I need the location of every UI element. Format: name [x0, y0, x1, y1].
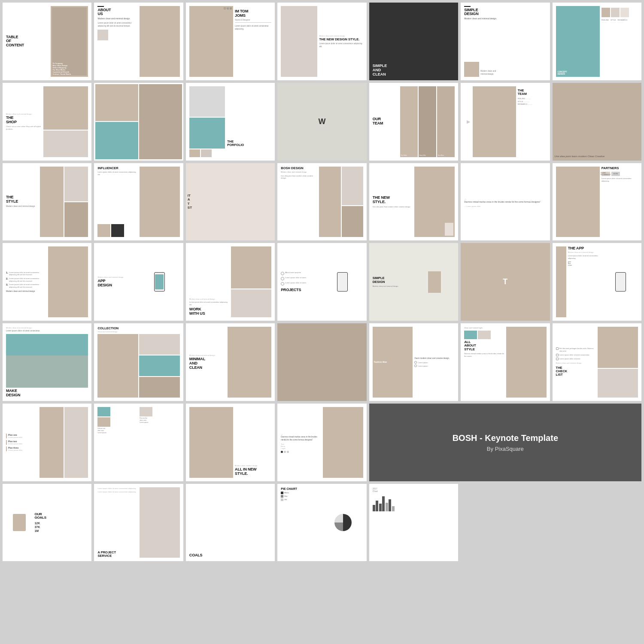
slide-profile: f in @ IM TOMJOMS Stylist & Designer Lor…	[186, 3, 275, 80]
slide-quote-man: „ Dacmos niread marlas voras in the brud…	[277, 404, 366, 481]
slide-about-style: Clean and minimal style. ALLABOUTSTYLE D…	[461, 323, 550, 401]
slide-projects: About some projects Lorem ipsum dolor si…	[277, 243, 366, 321]
slide-title: MINIMALANDCLEAN	[189, 357, 226, 370]
slide-title: WORKWITH US	[189, 307, 230, 316]
slide-new-style: THE NEWSTYLE. Une elea jasm foan modern …	[369, 163, 458, 241]
slide-title: SIMPLEDESIGN	[464, 8, 546, 17]
slide-title: APPDESIGN	[97, 279, 139, 288]
slide-title: TABLEOFCONTENT	[6, 35, 51, 48]
promo-subtitle: By PixaSquare	[487, 446, 524, 452]
slide-quote: „ Dacmos niread marlas voras in the brud…	[461, 163, 550, 241]
slide-title: OURGOALS	[34, 513, 88, 520]
slide-title: ABOUTUS	[97, 8, 138, 17]
slide-title: THESTYLE	[6, 195, 38, 204]
slide-our-goals: OURGOALS 12K 37K 1M	[3, 484, 91, 562]
slide-title: ALL IN NEWSTYLE.	[235, 468, 271, 476]
slide-app-design: Modern clean and minimal design. APPDESI…	[94, 243, 183, 321]
slide-title: THECHECKLIST	[556, 366, 596, 377]
slide-title: COALS	[189, 553, 271, 558]
slide-title: MAKEDESIGN	[6, 389, 88, 398]
slide-portfolio: THEPORFOLIO	[186, 83, 275, 161]
slide-fashion-grid	[94, 83, 183, 161]
slide-minimal-clean: Modern clean and minimal design. MINIMAL…	[186, 323, 275, 401]
slide-title: PIE CHART	[281, 487, 321, 491]
slide-title: OURTEAM	[373, 117, 400, 126]
slide-comparison: Edomo ecaidan oran.Lorem ipsum Da mas la…	[94, 404, 183, 481]
slide-table-of-content: TABLEOFCONTENT To CompanyNew / Best Desi…	[3, 3, 91, 80]
slide-new-design: Modern clean and minimal design. THE NEW…	[277, 3, 366, 80]
slide-title: IM TOMJOMS	[235, 9, 271, 18]
slide-coals: COALS	[186, 484, 275, 562]
slide-partial-t: T	[461, 243, 550, 321]
slide-checklist: Rint this task-probagan brudes anla. Dac…	[553, 323, 641, 401]
slide-work-with-us: Modern clean and minimal design. Lorem i…	[186, 243, 275, 321]
slide-project-service: Lorem ipsum dolor sit amet consectetur a…	[94, 484, 183, 562]
slide-title: THEPORFOLIO	[227, 140, 270, 147]
slide-title: ALLABOUTSTYLE	[464, 340, 504, 352]
slide-influencer: INFLUENCER Lorem ipsum dolor sit amet co…	[94, 163, 183, 241]
slide-title: PROJECTS	[281, 288, 322, 292]
slide-pie-chart: PIE CHART Marlon New Old	[277, 484, 366, 562]
slide-title: THETEAM	[518, 89, 547, 96]
slide-title: THE NEW DESIGN STYLE.	[319, 38, 363, 41]
slide-bar-chart: 2017Chart	[369, 484, 458, 562]
slide-style: THESTYLE Modern clean and minimal design…	[3, 163, 91, 241]
slide-title: INFLUENCER	[97, 167, 138, 170]
slide-title: BOSH DESIGN	[281, 167, 317, 170]
slide-title: PARTNERS	[601, 167, 638, 170]
slide-the-team: ▶ THETEAM FEELING ........... STYLE ....…	[461, 83, 550, 161]
slide-partial-w: W	[277, 83, 366, 161]
slide-title: THESHOP	[6, 116, 43, 125]
slide-fashion-woman: Une elea jasm learn modern Clean Creativ…	[553, 83, 641, 161]
slide-title: THE NEWSTYLE.	[373, 196, 413, 204]
slide-simple-clean-partial: SIMPLEANDCLEAN	[369, 3, 458, 80]
slide-about-us: ABOUTUS Modern clean and minimal design.…	[94, 3, 183, 80]
slide-title: SIMPLEDESIGN	[373, 276, 413, 284]
slide-collection: COLLECTION Clean and minimal design.	[94, 323, 183, 401]
slide-partners: PARTNERS FLORDECOMMERCE BOXM Lorem ipsum…	[553, 163, 641, 241]
promo-title: BOSH - Keynote Template	[453, 433, 558, 443]
main-grid: TABLEOFCONTENT To CompanyNew / Best Desi…	[0, 0, 644, 644]
slide-all-new-style: Modern clean creative design. ALL IN NEW…	[186, 404, 275, 481]
slide-plan-items: Plan oneLorem ipsum dolor Plan twoLorem …	[3, 404, 91, 481]
slide-title: THE APP	[568, 246, 603, 251]
slide-make-design: Modern clean and minimal design. Lorem i…	[3, 323, 91, 401]
slide-numbered-list: 1.Lorem ipsum dolor sit amet consectetur…	[3, 243, 91, 321]
slide-creative: Fashion Man Dazm modern clean and creati…	[369, 323, 458, 401]
slide-partial-it: ITATST	[186, 163, 275, 241]
slide-title: COLLECTION	[97, 327, 179, 330]
slide-concept-design: CONCEPTDESIGN FEELING........... STYLE..…	[553, 3, 641, 80]
slide-simple-design-2: SIMPLEDESIGN Modern clean and minimal de…	[369, 243, 458, 321]
slide-the-app: THE APP Modern clean and minimal design.…	[553, 243, 641, 321]
slide-simple-design: SIMPLEDESIGN Modern clean and minimal de…	[461, 3, 550, 80]
slide-fashion-man	[277, 323, 366, 401]
slide-our-team: OURTEAM Tim Bells Sara Hills Erin Blue	[369, 83, 458, 161]
slide-shop: Modern clean and minimal design. THESHOP…	[3, 83, 91, 161]
slide-promo: BOSH - Keynote Template By PixaSquare	[369, 404, 641, 481]
slide-title: A PROJECTSERVICE	[97, 551, 138, 558]
slide-bosh-design: BOSH DESIGN Modern clean and minimal des…	[277, 163, 366, 241]
